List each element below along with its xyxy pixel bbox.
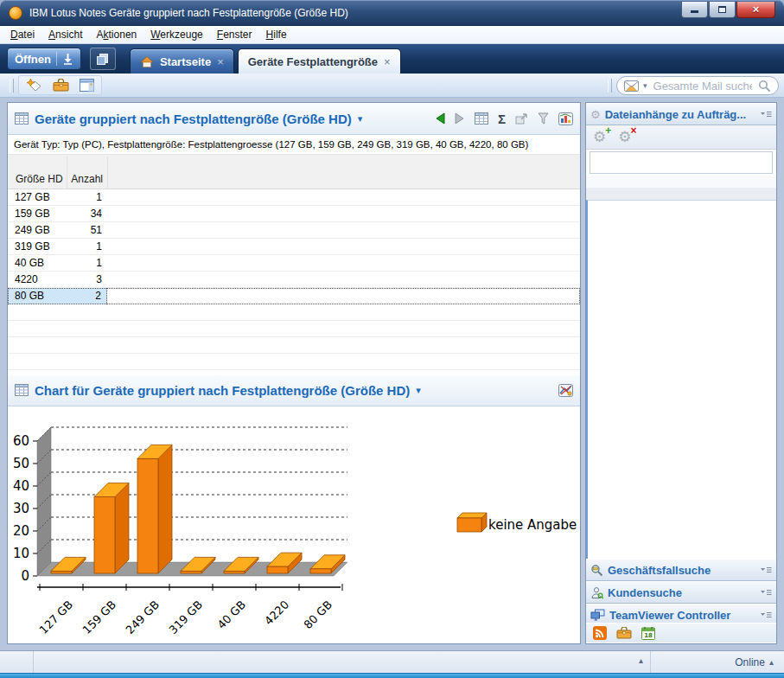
export-button[interactable] xyxy=(515,112,528,125)
title-bar: IBM Lotus Notes Geräte gruppiert nach Fe… xyxy=(0,0,784,26)
menu-item-datei[interactable]: Datei xyxy=(3,27,41,42)
sidebar-icon-row: 18 xyxy=(586,623,776,643)
table-icon xyxy=(15,384,29,396)
svg-text:80 GB: 80 GB xyxy=(301,598,335,632)
calendar-day: 18 xyxy=(644,632,653,639)
view-title[interactable]: Geräte gruppiert nach Festplattengröße (… xyxy=(35,112,352,126)
table-row[interactable]: 40 GB1 xyxy=(8,255,580,272)
window-title: IBM Lotus Notes Geräte gruppiert nach Fe… xyxy=(29,7,674,19)
menu-item-werkzeuge[interactable]: Werkzeuge xyxy=(143,27,210,42)
svg-text:249 GB: 249 GB xyxy=(124,598,163,637)
home-icon xyxy=(140,56,154,67)
toolbar-grip[interactable] xyxy=(608,79,612,93)
window-layout-button[interactable] xyxy=(80,79,94,92)
svg-text:4220: 4220 xyxy=(262,598,291,628)
table-row[interactable]: 319 GB1 xyxy=(8,239,580,255)
column-header-groesse-hd[interactable]: Größe HD xyxy=(16,173,63,185)
sidebar-panel-geschaeftsfallsuche-header[interactable]: Geschäftsfallsuche xyxy=(586,559,776,581)
toolbar-grip[interactable] xyxy=(10,79,14,93)
panel-menu-icon[interactable] xyxy=(761,566,772,574)
panel-title: Kundensuche xyxy=(608,586,756,599)
svg-text:50: 50 xyxy=(13,456,29,471)
menu-item-hilfe[interactable]: Hilfe xyxy=(259,27,294,42)
menu-bar: DateiAnsichtAktionenWerkzeugeFensterHilf… xyxy=(0,26,784,44)
cell-groesse-hd: 40 GB xyxy=(8,255,67,272)
svg-text:159 GB: 159 GB xyxy=(80,598,119,637)
pages-icon xyxy=(96,53,109,66)
search-input[interactable] xyxy=(652,79,754,93)
cell-groesse-hd: 249 GB xyxy=(8,222,67,239)
search-scope-dropdown-icon[interactable]: ▾ xyxy=(643,81,647,90)
svg-text:40 GB: 40 GB xyxy=(214,598,248,632)
table-row[interactable]: 159 GB34 xyxy=(8,206,580,222)
panel-menu-icon[interactable] xyxy=(761,589,772,597)
cell-anzahl: 3 xyxy=(67,272,107,288)
svg-text:127 GB: 127 GB xyxy=(37,598,76,637)
tab-startseite[interactable]: Startseite × xyxy=(130,48,234,74)
maximize-icon xyxy=(718,6,726,13)
panel-menu-icon[interactable] xyxy=(761,611,772,619)
svg-text:10: 10 xyxy=(13,546,29,561)
forward-button[interactable] xyxy=(455,112,465,125)
close-button[interactable]: × xyxy=(736,2,775,18)
workspace: Geräte gruppiert nach Festplattengröße (… xyxy=(0,98,784,650)
toolbox-button[interactable] xyxy=(53,79,69,92)
table-row[interactable]: 249 GB51 xyxy=(8,222,580,239)
attachment-list-header xyxy=(590,151,773,174)
filter-button[interactable] xyxy=(538,112,549,125)
status-online-indicator[interactable]: Online ▴ xyxy=(651,651,784,673)
sum-button[interactable]: Σ xyxy=(498,112,506,125)
menu-item-ansicht[interactable]: Ansicht xyxy=(41,27,89,42)
menu-item-aktionen[interactable]: Aktionen xyxy=(89,27,143,42)
tab-close-icon[interactable]: × xyxy=(217,55,224,68)
tab-close-icon[interactable]: × xyxy=(384,55,391,68)
attachment-delete-button[interactable]: ⚙× xyxy=(618,130,631,144)
caret-down-icon: ▾ xyxy=(416,385,421,396)
svg-text:30: 30 xyxy=(13,501,29,516)
attachment-add-button[interactable]: ⚙+ xyxy=(593,130,606,144)
minimize-button[interactable] xyxy=(681,2,708,18)
status-bar: ▴ Online ▴ xyxy=(0,650,784,673)
status-expand-icon[interactable]: ▴ xyxy=(639,656,643,665)
table-icon xyxy=(15,112,29,125)
panel-menu-icon[interactable] xyxy=(761,111,772,118)
sidebar-panel-dateianhaenge-header[interactable]: ⚙ Dateianhänge zu Aufträg... xyxy=(586,103,776,125)
status-message-segment: ▴ xyxy=(34,651,651,673)
main-toolbar: ▾ xyxy=(0,74,784,98)
cell-anzahl: 51 xyxy=(67,222,107,239)
online-caret-icon: ▴ xyxy=(769,657,774,667)
open-button[interactable]: Öffnen xyxy=(7,48,81,70)
calendar-button[interactable]: 18 xyxy=(641,626,655,640)
sidebar-panel-kundensuche-header[interactable]: Kundensuche xyxy=(586,581,776,604)
mail-icon xyxy=(624,80,639,92)
svg-text:40: 40 xyxy=(13,478,29,494)
cell-groesse-hd: 80 GB xyxy=(8,288,67,304)
column-header-anzahl[interactable]: Anzahl xyxy=(67,173,103,185)
chart-button[interactable] xyxy=(558,112,573,125)
chart-title[interactable]: Chart für Geräte gruppiert nach Festplat… xyxy=(35,383,410,398)
toolbox-button[interactable] xyxy=(616,627,632,639)
search-icon[interactable] xyxy=(758,80,771,93)
window-stack-button[interactable] xyxy=(90,48,116,70)
table-row[interactable]: 127 GB1 xyxy=(8,189,580,206)
menu-item-fenster[interactable]: Fenster xyxy=(210,27,259,42)
svg-text:60: 60 xyxy=(13,433,29,449)
monitors-icon xyxy=(590,609,605,621)
bar-chart: 0102030405060127 GB159 GB249 GB319 GB40 … xyxy=(8,406,578,645)
rss-button[interactable] xyxy=(593,626,607,640)
chart-section-header: Chart für Geräte gruppiert nach Festplat… xyxy=(8,374,580,406)
attachment-toolbar: ⚙+ ⚙× xyxy=(586,125,776,150)
maximize-button[interactable] xyxy=(709,2,736,18)
star-document-button[interactable] xyxy=(26,78,42,93)
back-button[interactable] xyxy=(435,112,445,125)
svg-text:0: 0 xyxy=(21,568,29,584)
caret-down-icon: ▾ xyxy=(358,113,363,125)
gear-plus-icon: + xyxy=(605,125,611,136)
chart-settings-button[interactable] xyxy=(558,384,573,397)
view-panel: Geräte gruppiert nach Festplattengröße (… xyxy=(7,102,581,644)
view-header: Geräte gruppiert nach Festplattengröße (… xyxy=(8,103,580,135)
grid-view-button[interactable] xyxy=(475,112,488,125)
tab-geraete-festplattengroesse[interactable]: Geräte Festplattengröße × xyxy=(238,48,401,74)
table-row[interactable]: 42203 xyxy=(8,272,580,288)
table-row[interactable]: 80 GB2 xyxy=(8,288,580,304)
